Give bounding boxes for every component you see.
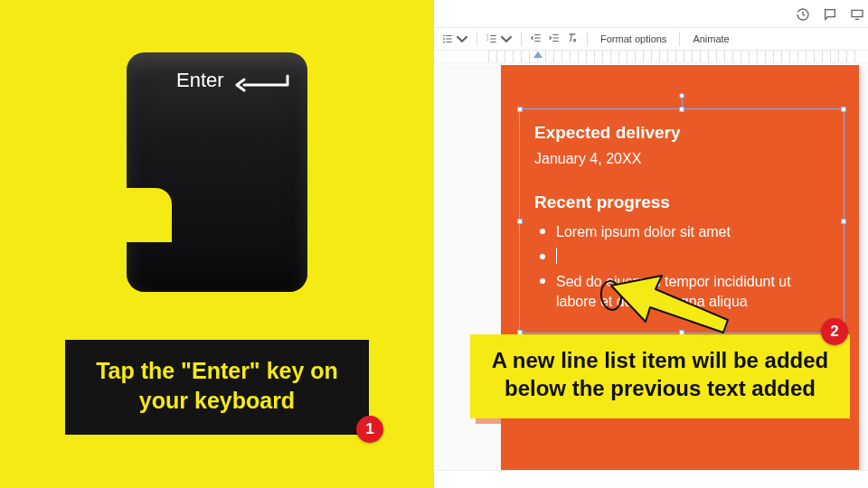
step-1-caption: Tap the "Enter" key on your keyboard <box>65 340 369 435</box>
app-footer <box>434 470 868 488</box>
resize-handle[interactable] <box>841 107 846 112</box>
numbered-list-button[interactable]: 12 <box>486 33 513 45</box>
step-badge-1: 1 <box>356 416 383 443</box>
resize-handle[interactable] <box>679 107 684 112</box>
resize-handle[interactable] <box>841 219 846 224</box>
present-icon[interactable] <box>850 7 864 25</box>
increase-indent-button[interactable] <box>548 32 561 46</box>
heading-expected-delivery: Expected delivery <box>534 120 829 146</box>
step-badge-2: 2 <box>821 318 848 345</box>
horizontal-ruler[interactable] <box>434 51 868 63</box>
step-2-caption: A new line list item will be added below… <box>470 334 850 418</box>
delivery-date: January 4, 20XX <box>534 148 829 170</box>
format-options-button[interactable]: Format options <box>596 33 671 44</box>
bulleted-list-button[interactable] <box>441 33 468 45</box>
return-arrow-icon <box>235 74 289 98</box>
svg-point-1 <box>443 38 445 40</box>
step-2-panel: 12 Format options Animate <box>434 0 868 488</box>
step-1-panel: Enter Tap the "Enter" key on your keyboa… <box>0 0 434 488</box>
heading-recent-progress: Recent progress <box>534 190 829 216</box>
list-item-new[interactable] <box>534 248 829 267</box>
text-cursor-icon <box>556 248 557 264</box>
indent-marker-icon[interactable] <box>533 52 542 58</box>
list-item[interactable]: Sed do eiusmod tempor incididunt ut labo… <box>534 272 829 311</box>
animate-button[interactable]: Animate <box>688 33 733 44</box>
app-header-actions <box>796 7 864 25</box>
history-icon[interactable] <box>796 7 810 25</box>
selected-text-box[interactable]: Expected delivery January 4, 20XX Recent… <box>519 108 844 333</box>
formatting-toolbar: 12 Format options Animate <box>434 27 868 51</box>
clear-formatting-button[interactable] <box>566 32 579 46</box>
svg-point-0 <box>443 35 445 37</box>
comment-icon[interactable] <box>823 7 837 25</box>
enter-key-label: Enter <box>176 69 224 92</box>
list-item[interactable]: Lorem ipsum dolor sit amet <box>534 222 829 242</box>
resize-handle[interactable] <box>517 219 523 224</box>
enter-key-illustration: Enter <box>127 52 307 292</box>
svg-text:2: 2 <box>486 37 489 42</box>
resize-handle[interactable] <box>517 107 523 112</box>
svg-point-2 <box>443 42 445 43</box>
rotate-handle[interactable] <box>679 93 684 99</box>
decrease-indent-button[interactable] <box>530 32 542 46</box>
